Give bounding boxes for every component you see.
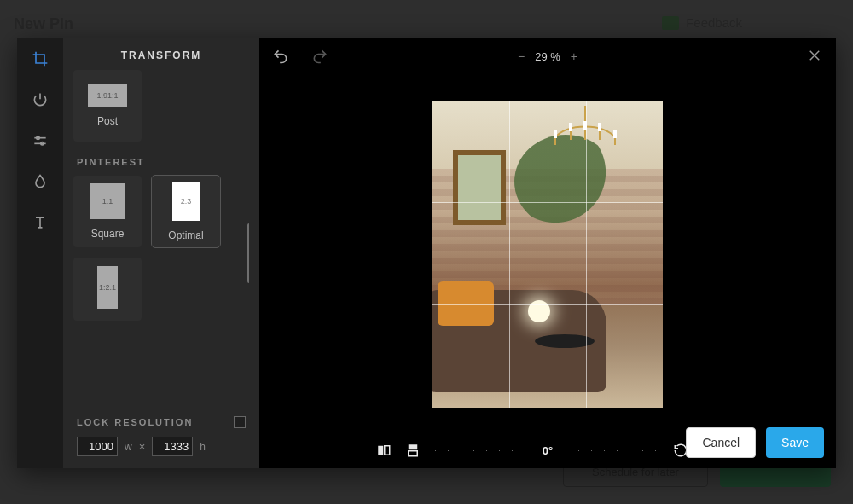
svg-rect-14 <box>409 451 418 456</box>
zoom-percent-label: 29 % <box>535 50 560 63</box>
dimensions-row: w × h <box>77 437 246 456</box>
crop-grid-line <box>432 304 663 305</box>
canvas-wrap <box>259 75 836 432</box>
panel-scrollbar[interactable] <box>247 223 249 283</box>
image-content <box>453 150 506 225</box>
text-icon[interactable] <box>31 213 49 232</box>
crop-icon[interactable] <box>31 49 49 68</box>
rotate-degrees-label: 0° <box>543 444 553 457</box>
aspect-cards-group-pinterest: 1:1 Square 2:3 Optimal 1:2.1 <box>73 176 249 321</box>
flip-horizontal-icon[interactable] <box>376 443 393 458</box>
svg-rect-12 <box>385 446 390 455</box>
close-icon[interactable] <box>807 48 824 65</box>
svg-rect-13 <box>409 444 418 449</box>
image-content <box>438 281 494 326</box>
image-content <box>528 300 550 322</box>
image-canvas[interactable] <box>432 101 663 408</box>
aspect-label: Optimal <box>168 229 203 241</box>
tool-rail <box>17 38 63 468</box>
aspect-swatch: 1:2.1 <box>97 266 118 309</box>
panel-title: TRANSFORM <box>73 49 249 61</box>
aspect-swatch: 1:1 <box>90 183 125 219</box>
zoom-in-button[interactable]: + <box>571 49 577 63</box>
svg-rect-11 <box>379 446 384 455</box>
width-unit: w <box>125 441 132 453</box>
zoom-controls: − 29 % + <box>518 49 577 63</box>
aspect-swatch: 2:3 <box>172 182 200 221</box>
panel-body: 1.91:1 Post PINTEREST 1:1 Square 2:3 Opt… <box>73 70 249 401</box>
section-heading-pinterest: PINTEREST <box>77 157 249 167</box>
editor-footer: Cancel Save <box>686 427 824 458</box>
width-input[interactable] <box>77 437 118 456</box>
drop-icon[interactable] <box>31 172 49 191</box>
dimensions-times: × <box>139 440 146 453</box>
lock-resolution-label: LOCK RESOLUTION <box>77 417 193 427</box>
svg-rect-9 <box>598 123 601 131</box>
aspect-label: Post <box>97 115 118 127</box>
height-input[interactable] <box>152 437 193 456</box>
rotate-slider-track[interactable]: · · · · · · · · <box>565 446 661 455</box>
zoom-out-button[interactable]: − <box>518 49 525 63</box>
transform-panel: TRANSFORM 1.91:1 Post PINTEREST 1:1 Squa… <box>63 38 259 468</box>
undo-icon[interactable] <box>271 47 290 66</box>
aspect-card-square[interactable]: 1:1 Square <box>73 176 142 247</box>
sliders-icon[interactable] <box>31 131 49 150</box>
aspect-card-optimal[interactable]: 2:3 Optimal <box>152 176 220 247</box>
redo-icon[interactable] <box>310 47 329 66</box>
rotate-slider-track[interactable]: · · · · · · · · <box>434 446 531 455</box>
crop-grid-line <box>586 101 587 408</box>
aspect-card-long[interactable]: 1:2.1 <box>73 258 142 321</box>
aspect-cards-group-current: 1.91:1 Post <box>73 70 249 142</box>
aspect-swatch: 1.91:1 <box>88 84 127 107</box>
aspect-card-post[interactable]: 1.91:1 Post <box>73 70 142 142</box>
lock-resolution-row: LOCK RESOLUTION <box>77 416 246 428</box>
svg-rect-7 <box>569 123 572 131</box>
crop-grid-line <box>432 202 663 203</box>
svg-rect-6 <box>554 130 557 138</box>
editor-stage: − 29 % + <box>259 38 836 468</box>
lock-resolution-checkbox[interactable] <box>234 416 246 428</box>
cancel-button[interactable]: Cancel <box>686 427 756 458</box>
svg-rect-10 <box>613 130 617 138</box>
image-editor-modal: TRANSFORM 1.91:1 Post PINTEREST 1:1 Squa… <box>17 38 836 468</box>
save-button[interactable]: Save <box>766 427 824 458</box>
power-icon[interactable] <box>31 90 49 109</box>
aspect-label: Square <box>91 228 125 240</box>
crop-grid-line <box>509 101 510 408</box>
height-unit: h <box>200 441 206 453</box>
flip-vertical-icon[interactable] <box>405 443 422 458</box>
editor-topbar: − 29 % + <box>259 38 836 75</box>
